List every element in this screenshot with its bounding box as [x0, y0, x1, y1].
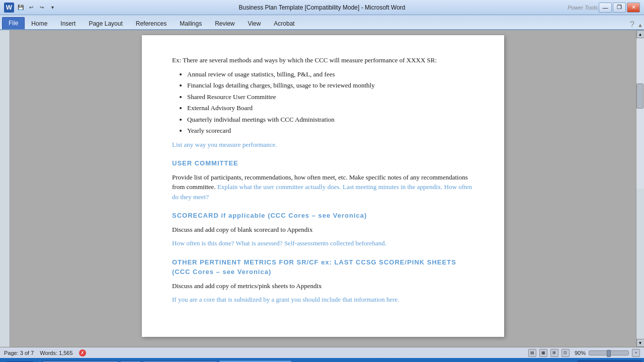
list-item: Yearly scorecard — [187, 126, 474, 136]
para-user-committee: Provide list of participants, recommenda… — [172, 172, 474, 202]
heading-other-metrics: OTHER PERTINENT METRICS FOR SR/CF ex: LA… — [172, 257, 474, 277]
bullet-list: Annual review of usage statistics, billi… — [187, 69, 474, 136]
view-icon-4[interactable]: ⊡ — [561, 349, 570, 357]
minimize-button[interactable]: — — [599, 3, 612, 13]
intro-paragraph: Ex: There are several methods and ways b… — [172, 55, 474, 65]
view-icon-1[interactable]: ▤ — [528, 349, 536, 357]
dropdown-qa-btn[interactable]: ▾ — [48, 3, 57, 12]
document-container: Ex: There are several methods and ways b… — [0, 30, 644, 347]
ribbon-minimize-icon[interactable]: ▴ — [638, 21, 642, 29]
taskbar: ⊞ Start 🔍 business - Search Re... 🌐 ● P … — [0, 358, 644, 362]
titlebar-left: W 💾 ↩ ↪ ▾ — [4, 3, 57, 13]
page-count: Page: 3 of 7 — [4, 350, 34, 356]
redo-qa-btn[interactable]: ↪ — [37, 3, 46, 12]
status-bar: Page: 3 of 7 Words: 1,565 ✗ ▤ ▦ ⊞ ⊡ 90% … — [0, 347, 644, 358]
statusbar-left: Page: 3 of 7 Words: 1,565 ✗ — [4, 349, 86, 356]
vertical-scrollbar[interactable]: ▲ ▼ — [636, 30, 644, 347]
zoom-level: 90% — [575, 350, 586, 356]
view-icon-3[interactable]: ⊞ — [550, 349, 558, 357]
zoom-slider[interactable] — [589, 350, 629, 355]
word-count: Words: 1,565 — [40, 350, 72, 356]
hint-grant: If you are a core that is subsidized by … — [172, 295, 474, 305]
tab-insert[interactable]: Insert — [54, 17, 82, 29]
save-qa-btn[interactable]: 💾 — [16, 3, 25, 12]
list-item: Shared Resource User Committee — [187, 92, 474, 102]
spelling-icon[interactable]: ✗ — [79, 349, 86, 356]
list-item: External Advisory Board — [187, 103, 474, 113]
window-controls: Power Tools — ❐ ✕ — [568, 3, 640, 13]
scroll-up-arrow[interactable]: ▲ — [636, 30, 645, 38]
help-icon[interactable]: ? — [630, 20, 634, 29]
quick-access-toolbar: 💾 ↩ ↪ ▾ — [16, 3, 57, 12]
tab-mailings[interactable]: Mailings — [173, 17, 208, 29]
view-icon-2[interactable]: ▦ — [539, 349, 547, 357]
para-other-metrics: Discuss and add copy of metrics/pink she… — [172, 281, 474, 291]
heading-user-committee: USER COMMITTEE — [172, 158, 474, 168]
hint-scorecard: How often is this done? What is assessed… — [172, 238, 474, 248]
window-title: Business Plan Template [Compatibility Mo… — [238, 4, 405, 11]
scroll-track[interactable] — [636, 38, 645, 189]
ruler-left — [0, 30, 10, 347]
zoom-in-icon[interactable]: + — [632, 349, 640, 357]
undo-qa-btn[interactable]: ↩ — [27, 3, 36, 12]
restore-button[interactable]: ❐ — [613, 3, 626, 13]
list-item: Quarterly individual meetings with CCC A… — [187, 115, 474, 125]
document-page: Ex: There are several methods and ways b… — [142, 35, 504, 337]
tab-acrobat[interactable]: Acrobat — [267, 17, 301, 29]
para-scorecard: Discuss and add copy of blank scorecard … — [172, 225, 474, 235]
word-logo-icon: W — [4, 3, 14, 13]
hint-measure: List any way you measure performance. — [172, 140, 474, 150]
document-scroll-area[interactable]: Ex: There are several methods and ways b… — [10, 30, 636, 347]
tab-home[interactable]: Home — [25, 17, 54, 29]
heading-scorecard: SCORECARD if applicable (CCC Cores – see… — [172, 211, 474, 221]
title-bar: W 💾 ↩ ↪ ▾ Business Plan Template [Compat… — [0, 0, 644, 15]
statusbar-right: ▤ ▦ ⊞ ⊡ 90% + — [528, 349, 640, 357]
ribbon: File Home Insert Page Layout References … — [0, 15, 644, 30]
zoom-thumb[interactable] — [607, 350, 611, 357]
tab-review[interactable]: Review — [208, 17, 241, 29]
scroll-down-arrow[interactable]: ▼ — [636, 339, 645, 347]
tab-file[interactable]: File — [2, 17, 25, 29]
ribbon-tabs: File Home Insert Page Layout References … — [0, 15, 644, 29]
close-button[interactable]: ✕ — [627, 3, 640, 13]
power-tools-text: Power Tools — [568, 5, 598, 11]
tab-view[interactable]: View — [242, 17, 268, 29]
list-item: Annual review of usage statistics, billi… — [187, 69, 474, 79]
tab-page-layout[interactable]: Page Layout — [82, 17, 129, 29]
tab-references[interactable]: References — [129, 17, 173, 29]
scroll-thumb[interactable] — [636, 83, 643, 109]
list-item: Financial logs detailing charges, billin… — [187, 80, 474, 90]
